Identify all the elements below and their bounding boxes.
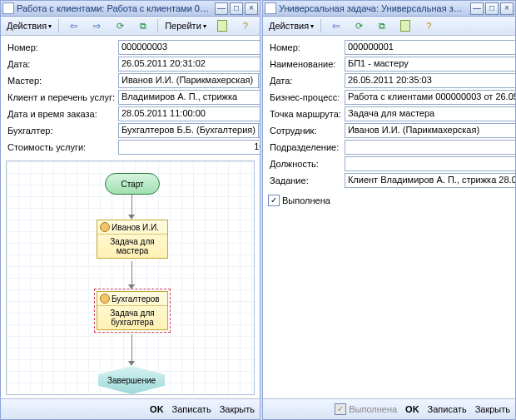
copy-icon: ⧉ [140, 21, 146, 32]
name-input[interactable]: БП1 - мастеру [345, 57, 515, 72]
nav-forward-button[interactable]: ⇨ [86, 17, 107, 34]
department-input[interactable] [345, 140, 515, 155]
master-input[interactable]: Иванов И.И. (Парикмахерская) [118, 73, 259, 88]
refresh-button[interactable]: ⟳ [348, 17, 370, 34]
cost-label: Стоимость услуги: [6, 139, 117, 156]
start-node[interactable]: Старт [105, 173, 160, 195]
window-icon [2, 2, 14, 14]
end-node[interactable]: Завершение [98, 366, 165, 394]
reload-icon: ⟳ [355, 21, 363, 32]
window-task: Универсальная задача: Универсальная зада… [262, 0, 516, 420]
date-label: Дата: [6, 56, 117, 72]
doc-icon [400, 20, 410, 32]
tool-extra-button[interactable] [394, 17, 416, 34]
master-label: Мастер: [6, 72, 117, 89]
master-select-button[interactable]: ... [259, 73, 260, 88]
save-button[interactable]: Записать [172, 404, 211, 414]
number-input[interactable]: 000000003 [118, 40, 260, 55]
titlebar: Универсальная задача: Универсальная зада… [263, 1, 515, 17]
arrow-left-icon: ⇦ [70, 21, 77, 32]
employee-label: Сотрудник: [268, 122, 343, 139]
titlebar: Работа с клиентами: Работа с клиентами 0… [1, 1, 260, 17]
window-icon [265, 2, 276, 14]
actions-menu[interactable]: Действия▾ [3, 17, 55, 34]
user-icon [100, 222, 110, 232]
minimize-button[interactable]: — [470, 2, 484, 15]
route-label: Точка маршрута: [268, 106, 343, 122]
accountant-label: Бухгалтер: [6, 122, 117, 139]
task-label: Задание: [268, 172, 343, 189]
date-input[interactable]: 26.05.2011 20:31:02 [118, 57, 260, 72]
position-input[interactable] [345, 156, 515, 171]
order-date-label: Дата и время заказа: [6, 106, 117, 122]
window-business-process: Работа с клиентами: Работа с клиентами 0… [0, 0, 260, 420]
process-diagram[interactable]: Старт Иванов И.И. Задача для мастера Бух… [6, 161, 255, 395]
copy-button[interactable]: ⧉ [371, 17, 393, 34]
close-button[interactable]: Закрыть [475, 404, 510, 414]
help-button[interactable]: ? [235, 17, 256, 34]
form: Номер: 000000003 Дата: 26.05.2011 20:31:… [1, 36, 260, 159]
toolbar: Действия▾ ⇦ ⇨ ⟳ ⧉ Перейти▾ ? [1, 17, 260, 36]
arrow-left-icon: ⇦ [332, 21, 340, 32]
copy-button[interactable]: ⧉ [132, 17, 154, 34]
nav-back-button[interactable]: ⇦ [62, 17, 84, 34]
window-title: Работа с клиентами: Работа с клиентами 0… [17, 3, 211, 13]
save-button[interactable]: Записать [428, 404, 467, 414]
accountant-select-button[interactable]: ... [259, 123, 260, 138]
arrow-right-icon: ⇨ [93, 21, 101, 32]
nav-back-button[interactable]: ⇦ [325, 17, 346, 34]
bp-input[interactable]: Работа с клиентами 000000003 от 26.05.20… [345, 90, 515, 105]
window-title: Универсальная задача: Универсальная зада… [279, 3, 467, 13]
help-button[interactable]: ? [418, 17, 439, 34]
tool-extra-button[interactable] [211, 17, 233, 34]
maximize-button[interactable]: □ [230, 2, 243, 15]
help-icon: ? [426, 21, 431, 31]
form: Номер: 000000001 Наименование: БП1 - мас… [263, 36, 515, 192]
cost-input[interactable]: 100,00 [118, 140, 260, 155]
refresh-button[interactable]: ⟳ [109, 17, 131, 34]
done-checkbox-disabled: ✓ [335, 403, 346, 415]
task-input[interactable]: Клиент Владимиров А. П., стрижка 28.05.2… [345, 173, 515, 188]
close-window-button[interactable]: × [500, 2, 514, 15]
ok-button[interactable]: OK [150, 404, 164, 414]
route-input[interactable]: Задача для мастера [345, 106, 515, 121]
done-checkbox[interactable]: ✓ [268, 195, 280, 206]
ok-button[interactable]: OK [405, 404, 419, 414]
close-button[interactable]: Закрыть [220, 404, 255, 414]
done-label: Выполнена [282, 195, 330, 205]
employee-input[interactable]: Иванов И.И. (Парикмахерская) [345, 123, 515, 138]
user-icon [100, 294, 110, 304]
copy-icon: ⧉ [379, 21, 385, 32]
bottom-bar: ✓ Выполнена OK Записать Закрыть [263, 398, 515, 419]
name-label: Наименование: [268, 56, 343, 72]
client-input[interactable]: Владимиров А. П., стрижка [118, 90, 260, 105]
done-label-disabled: Выполнена [349, 404, 397, 414]
minimize-button[interactable]: — [215, 2, 228, 15]
help-icon: ? [243, 21, 248, 31]
doc-icon [217, 20, 227, 32]
date-label: Дата: [268, 72, 343, 89]
task-accountant-node[interactable]: Бухгалтеров Задача для бухгалтера [97, 291, 168, 330]
order-date-input[interactable]: 28.05.2011 11:00:00 [118, 106, 260, 121]
date-input[interactable]: 26.05.2011 20:35:03 [345, 73, 515, 88]
goto-menu[interactable]: Перейти▾ [161, 17, 210, 34]
bottom-bar: OK Записать Закрыть [1, 398, 260, 419]
task-master-node[interactable]: Иванов И.И. Задача для мастера [97, 220, 168, 259]
number-input[interactable]: 000000001 [345, 40, 515, 55]
toolbar: Действия▾ ⇦ ⟳ ⧉ ? [263, 17, 515, 36]
client-label: Клиент и перечень услуг: [6, 89, 117, 106]
bp-label: Бизнес-процесс: [268, 89, 343, 106]
maximize-button[interactable]: □ [485, 2, 499, 15]
department-label: Подразделение: [268, 139, 343, 156]
actions-menu[interactable]: Действия▾ [265, 17, 317, 34]
position-label: Должность: [268, 156, 343, 172]
accountant-input[interactable]: Бухгалтеров Б.Б. (Бухгалтерия) [118, 123, 259, 138]
close-window-button[interactable]: × [245, 2, 258, 15]
number-label: Номер: [6, 39, 117, 56]
number-label: Номер: [268, 39, 343, 56]
reload-icon: ⟳ [117, 21, 124, 32]
